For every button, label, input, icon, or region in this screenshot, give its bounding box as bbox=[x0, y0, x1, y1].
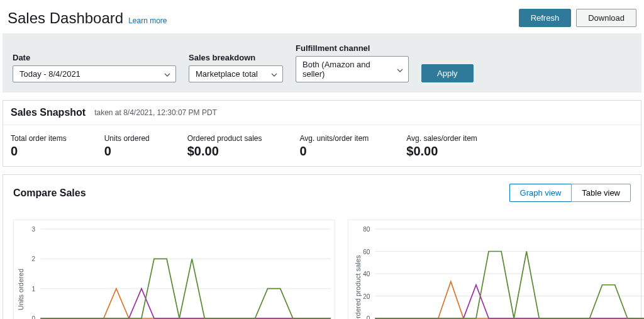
filter-bar: Date Today - 8/4/2021 Sales breakdown Ma… bbox=[3, 33, 641, 92]
chevron-down-icon bbox=[164, 69, 170, 79]
metric-value: $0.00 bbox=[187, 144, 262, 159]
fulfillment-select[interactable]: Both (Amazon and seller) bbox=[296, 56, 409, 82]
view-toggle: Graph view Table view bbox=[509, 184, 631, 202]
metric-value: 0 bbox=[11, 144, 67, 159]
metric-value: 0 bbox=[299, 144, 369, 159]
apply-button[interactable]: Apply bbox=[421, 64, 474, 82]
metric-value: 0 bbox=[104, 144, 150, 159]
metric: Units ordered0 bbox=[104, 134, 150, 159]
snapshot-title: Sales Snapshot bbox=[11, 107, 86, 118]
compare-sales-card: Compare Sales Graph view Table view Unit… bbox=[3, 174, 641, 319]
chart: Ordered product sales02040608012AM1AM2AM… bbox=[348, 220, 644, 319]
sales-snapshot-card: Sales Snapshot taken at 8/4/2021, 12:30:… bbox=[3, 100, 641, 167]
fulfillment-value: Both (Amazon and seller) bbox=[303, 60, 392, 79]
fulfillment-label: Fulfillment channel bbox=[296, 43, 409, 53]
breakdown-value: Marketplace total bbox=[196, 69, 258, 79]
metric: Avg. units/order item0 bbox=[299, 134, 369, 159]
chart-yticks: 0123 bbox=[24, 220, 36, 319]
snapshot-taken-at: taken at 8/4/2021, 12:30:07 PM PDT bbox=[94, 108, 217, 117]
metric-label: Avg. sales/order item bbox=[406, 134, 477, 143]
breakdown-select[interactable]: Marketplace total bbox=[189, 65, 283, 82]
metric-label: Ordered product sales bbox=[187, 134, 262, 143]
chevron-down-icon bbox=[271, 69, 277, 79]
metric: Total order items0 bbox=[11, 134, 67, 159]
download-button[interactable]: Download bbox=[576, 9, 636, 27]
chart-yticks: 020406080 bbox=[358, 220, 371, 319]
chart: Units ordered012312AM1AM2AM3AM4AM5AM6AM7… bbox=[13, 220, 335, 319]
breakdown-label: Sales breakdown bbox=[189, 53, 283, 62]
metric-value: $0.00 bbox=[406, 144, 477, 159]
metric: Avg. sales/order item$0.00 bbox=[406, 134, 477, 159]
chart-ylabel: Units ordered bbox=[17, 269, 25, 310]
learn-more-link[interactable]: Learn more bbox=[128, 16, 167, 25]
metric-label: Total order items bbox=[11, 134, 67, 143]
metric-label: Avg. units/order item bbox=[299, 134, 369, 143]
chevron-down-icon bbox=[397, 65, 403, 74]
date-value: Today - 8/4/2021 bbox=[19, 69, 80, 79]
metric: Ordered product sales$0.00 bbox=[187, 134, 262, 159]
graph-view-button[interactable]: Graph view bbox=[509, 184, 572, 202]
chart-plot bbox=[371, 220, 644, 319]
metric-label: Units ordered bbox=[104, 134, 150, 143]
page-title: Sales Dashboard bbox=[8, 9, 123, 27]
table-view-button[interactable]: Table view bbox=[571, 184, 631, 202]
date-label: Date bbox=[13, 53, 176, 62]
refresh-button[interactable]: Refresh bbox=[519, 9, 572, 27]
date-select[interactable]: Today - 8/4/2021 bbox=[13, 65, 176, 82]
chart-plot bbox=[36, 220, 335, 319]
compare-title: Compare Sales bbox=[13, 187, 86, 199]
